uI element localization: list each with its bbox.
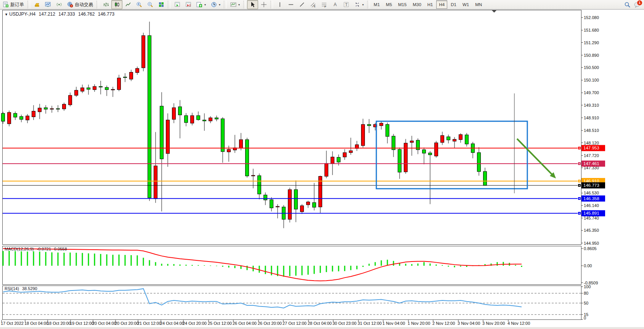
- signals-button[interactable]: [53, 0, 64, 9]
- window-arrow-icon: [174, 2, 180, 8]
- price-badge: [581, 210, 605, 216]
- arrows-tool[interactable]: ▾: [352, 0, 366, 9]
- price-tick-label: 151.290: [584, 40, 599, 45]
- label-icon: T: [343, 2, 349, 8]
- line-chart-button[interactable]: [122, 0, 133, 9]
- zoom-out-icon: [147, 2, 153, 8]
- window-plus-icon: [185, 2, 191, 8]
- high-value: 147.333: [58, 11, 75, 17]
- crosshair-tool-button[interactable]: [258, 0, 269, 9]
- price-tick-label: 147.330: [584, 165, 599, 170]
- price-badge-label: 147.953: [583, 146, 599, 150]
- macd-pane[interactable]: [2, 246, 581, 285]
- toolbar-separator: [367, 1, 370, 8]
- fibonacci-icon: F: [321, 2, 327, 8]
- cursor-tool-button[interactable]: [247, 0, 258, 9]
- trendline-tool[interactable]: [296, 0, 307, 9]
- rsi-value: 38.5290: [22, 286, 37, 291]
- price-badge: [581, 196, 605, 202]
- zoom-in-button[interactable]: [133, 0, 145, 9]
- macd-readout: MACD(12,26,9) -0.0721 0.0558: [5, 247, 67, 251]
- toolbar-separator: [270, 1, 273, 8]
- timeframe-m1[interactable]: M1: [371, 0, 382, 9]
- price-tick-label: 152.080: [584, 15, 599, 20]
- periods-button[interactable]: ▾: [208, 0, 223, 9]
- time-tick-label: 27 Oct 12:00: [283, 321, 307, 326]
- price-axis: 152.080151.680151.290150.890150.500150.1…: [581, 15, 599, 246]
- price-tick-label: 145.740: [584, 216, 599, 220]
- macd-label: MACD(12,26,9): [5, 247, 34, 251]
- tile-windows-button[interactable]: [156, 0, 167, 9]
- notification-badge: 1: [637, 0, 642, 6]
- label-tool[interactable]: T: [340, 0, 352, 9]
- timeframe-m5[interactable]: M5: [383, 0, 395, 9]
- vertical-line-icon: [276, 2, 283, 8]
- timeframe-h4[interactable]: H4: [436, 0, 447, 9]
- rsi-pane[interactable]: [2, 286, 581, 320]
- bar-chart-icon: [103, 2, 109, 8]
- new-order-icon: [2, 2, 9, 8]
- candlestick-chart-button[interactable]: [111, 0, 122, 9]
- time-tick-label: 18 Oct 04:00: [24, 321, 48, 326]
- signal-icon: [56, 2, 62, 8]
- main-chart-pane[interactable]: [2, 10, 581, 245]
- rsi-axis-label: 50: [584, 301, 588, 305]
- time-tick-label: 3 Nov 04:00: [458, 321, 480, 326]
- price-tick-label: 150.100: [584, 78, 599, 82]
- toolbar-separator: [27, 1, 30, 8]
- indicators-button[interactable]: ▾: [194, 0, 208, 9]
- time-tick-label: 3 Nov 20:00: [482, 321, 505, 326]
- new-order-button[interactable]: 新订单: [0, 0, 26, 9]
- price-badge: [581, 145, 605, 151]
- auto-trading-button[interactable]: 自动交易: [64, 0, 95, 9]
- charts-button[interactable]: [42, 0, 53, 9]
- price-tick-label: 146.140: [584, 203, 599, 208]
- timeframe-m15[interactable]: M15: [395, 0, 409, 9]
- price-badge: [581, 160, 605, 167]
- toolbar-separator: [96, 1, 99, 8]
- horizontal-line-tool[interactable]: [285, 0, 296, 9]
- timeframe-mn[interactable]: MN: [472, 0, 485, 9]
- auto-trading-icon: [67, 2, 73, 8]
- text-icon: A: [332, 2, 338, 8]
- macd-axis-label: 0.00: [584, 263, 592, 268]
- time-tick-label: 1 Nov 04:00: [382, 321, 405, 326]
- time-tick-label: 24 Oct 04:00: [160, 321, 184, 326]
- templates-button[interactable]: ▾: [228, 0, 242, 9]
- window-indicator-button[interactable]: [172, 0, 183, 9]
- vertical-line-tool[interactable]: [274, 0, 285, 9]
- timeframe-bar: M1M5M15M30H1H4D1W1MN: [371, 0, 485, 9]
- time-tick-label: 18 Oct 20:00: [47, 321, 71, 326]
- price-tick-label: 150.890: [584, 53, 599, 58]
- svg-text:F: F: [324, 5, 326, 8]
- price-badge: [581, 178, 605, 184]
- search-icon[interactable]: [624, 2, 631, 8]
- rsi-readout: RSI(14) 38.5290: [5, 286, 37, 291]
- dropdown-caret: ▾: [204, 3, 206, 6]
- timeframe-d1[interactable]: D1: [448, 0, 459, 9]
- bar-chart-button[interactable]: [100, 0, 111, 9]
- timeframe-w1[interactable]: W1: [460, 0, 472, 9]
- fibonacci-tool[interactable]: F: [318, 0, 329, 9]
- open-value: 147.212: [39, 11, 55, 17]
- text-tool[interactable]: A: [329, 0, 340, 9]
- zoom-out-button[interactable]: [145, 0, 156, 9]
- gold-button[interactable]: [31, 0, 42, 9]
- auto-trading-label: 自动交易: [75, 2, 93, 8]
- time-tick-label: 31 Oct 12:00: [358, 321, 382, 326]
- timeframe-m30[interactable]: M30: [410, 0, 424, 9]
- time-tick-label: 2 Nov 12:00: [432, 321, 455, 326]
- time-tick-label: 26 Oct 04:00: [233, 321, 257, 326]
- channel-tool[interactable]: E: [307, 0, 318, 9]
- close-value: 146.773: [98, 11, 114, 17]
- price-badge-label: 146.358: [583, 196, 599, 201]
- price-tick-label: 150.500: [584, 65, 599, 70]
- price-tick-label: 148.510: [584, 128, 599, 133]
- add-indicator-icon: [196, 2, 202, 8]
- window-profile-button[interactable]: [183, 0, 194, 9]
- cursor-icon: [249, 2, 256, 8]
- time-axis: 17 Oct 202218 Oct 04:0018 Oct 20:0019 Oc…: [1, 320, 530, 326]
- notifications-button[interactable]: 1: [634, 2, 640, 8]
- symbol-dropdown-icon[interactable]: ▼: [5, 13, 8, 16]
- timeframe-h1[interactable]: H1: [425, 0, 436, 9]
